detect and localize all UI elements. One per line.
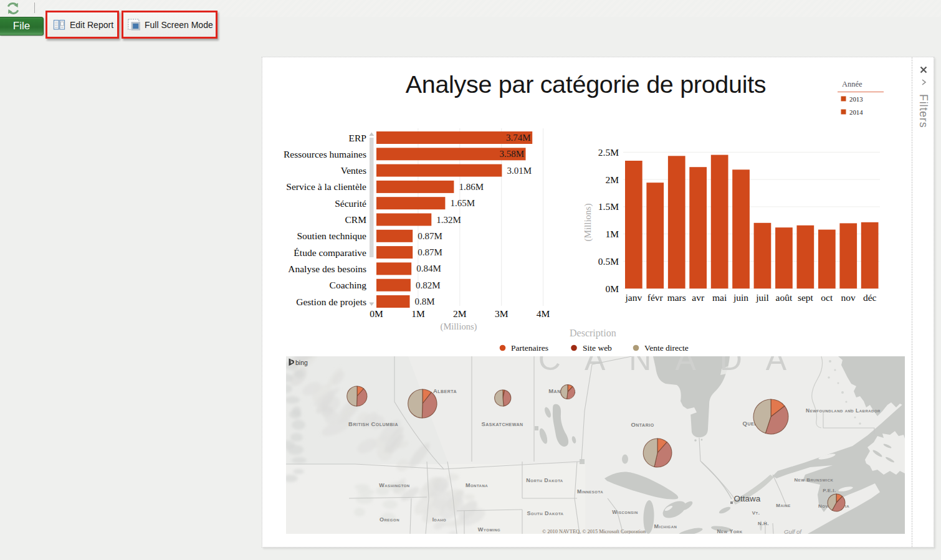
svg-text:nov: nov <box>841 292 856 303</box>
svg-text:déc: déc <box>863 292 877 303</box>
svg-text:(Millions): (Millions) <box>441 321 477 332</box>
svg-text:Soutien technique: Soutien technique <box>297 230 367 241</box>
svg-text:juil: juil <box>755 292 769 303</box>
svg-text:ERP: ERP <box>349 133 366 143</box>
svg-text:Washington: Washington <box>379 482 409 488</box>
svg-text:févr: févr <box>647 292 664 303</box>
svg-text:Partenaires: Partenaires <box>511 343 548 353</box>
svg-text:Alberta: Alberta <box>433 387 457 394</box>
svg-text:0.87M: 0.87M <box>418 247 442 257</box>
svg-text:2013: 2013 <box>849 95 863 103</box>
svg-text:oct: oct <box>821 292 833 303</box>
svg-text:2.5M: 2.5M <box>598 147 619 158</box>
svg-text:Idaho: Idaho <box>432 516 447 523</box>
svg-text:mars: mars <box>667 292 686 303</box>
svg-text:N.H.: N.H. <box>758 521 769 526</box>
svg-text:Site web: Site web <box>583 343 612 353</box>
svg-text:(Millions): (Millions) <box>583 204 593 242</box>
svg-text:Ottawa: Ottawa <box>734 494 761 503</box>
svg-text:juin: juin <box>733 292 748 303</box>
svg-text:Ressources humaines: Ressources humaines <box>284 149 366 159</box>
svg-text:1.32M: 1.32M <box>436 215 461 225</box>
svg-text:3.58M: 3.58M <box>499 149 524 159</box>
svg-text:4M: 4M <box>537 308 550 319</box>
svg-text:Vente directe: Vente directe <box>644 343 689 353</box>
svg-text:2014: 2014 <box>849 108 863 116</box>
svg-text:Gulf of: Gulf of <box>784 528 802 535</box>
svg-text:Ventes: Ventes <box>341 165 366 176</box>
svg-text:0.5M: 0.5M <box>598 256 619 267</box>
svg-text:3.74M: 3.74M <box>506 133 531 143</box>
svg-text:Gestion de projets: Gestion de projets <box>296 297 366 307</box>
svg-text:© 2010 NAVTEQ, © 2015 Microsof: © 2010 NAVTEQ, © 2015 Microsoft Corporat… <box>542 529 646 534</box>
svg-text:1M: 1M <box>411 308 425 319</box>
svg-text:0.8M: 0.8M <box>415 297 435 306</box>
svg-text:0.82M: 0.82M <box>416 280 441 290</box>
svg-text:Saskatchewan: Saskatchewan <box>481 420 523 427</box>
svg-text:Étude comparative: Étude comparative <box>294 247 366 258</box>
svg-text:0M: 0M <box>370 308 383 319</box>
svg-text:0.87M: 0.87M <box>418 231 442 241</box>
svg-text:Michigan: Michigan <box>654 523 677 529</box>
svg-text:1.5M: 1.5M <box>598 201 619 212</box>
svg-text:1M: 1M <box>605 229 619 239</box>
svg-text:0.84M: 0.84M <box>416 263 441 273</box>
svg-text:août: août <box>776 292 793 303</box>
svg-text:New Brunswick: New Brunswick <box>795 477 834 483</box>
svg-text:Sécurité: Sécurité <box>335 198 366 209</box>
svg-text:1.86M: 1.86M <box>459 182 484 192</box>
svg-text:2M: 2M <box>605 174 619 185</box>
svg-text:Service à la clientèle: Service à la clientèle <box>286 181 366 192</box>
svg-text:bing: bing <box>295 359 308 366</box>
svg-text:Ontario: Ontario <box>631 421 654 428</box>
svg-text:janv: janv <box>625 292 642 303</box>
svg-text:0M: 0M <box>605 283 619 294</box>
svg-text:Wisconsin: Wisconsin <box>612 509 638 515</box>
svg-text:1.65M: 1.65M <box>450 198 475 208</box>
svg-text:Wyoming: Wyoming <box>478 526 500 533</box>
svg-text:Coaching: Coaching <box>330 280 367 290</box>
svg-text:3.01M: 3.01M <box>507 166 532 176</box>
svg-text:Oregon: Oregon <box>380 516 399 523</box>
svg-text:Année: Année <box>842 80 862 88</box>
svg-text:Montana: Montana <box>466 482 488 488</box>
svg-text:North Dakota: North Dakota <box>526 477 563 483</box>
svg-text:Vt.: Vt. <box>752 510 760 516</box>
svg-text:Maine: Maine <box>776 503 791 508</box>
svg-text:Minnesota: Minnesota <box>577 488 603 495</box>
svg-text:Newfoundland and Labrador: Newfoundland and Labrador <box>806 407 881 414</box>
svg-text:2M: 2M <box>453 308 467 319</box>
svg-text:3M: 3M <box>495 308 509 319</box>
svg-text:avr: avr <box>692 292 705 303</box>
svg-text:mai: mai <box>712 292 727 303</box>
svg-text:Analyse des besoins: Analyse des besoins <box>288 263 366 274</box>
svg-text:CRM: CRM <box>345 214 367 225</box>
svg-text:Description: Description <box>570 328 616 339</box>
svg-text:South Dakota: South Dakota <box>527 510 564 516</box>
svg-text:sept: sept <box>798 292 814 303</box>
svg-text:British Columbia: British Columbia <box>348 420 398 427</box>
svg-text:New York: New York <box>717 528 742 534</box>
svg-text:P.E.I.: P.E.I. <box>823 488 836 493</box>
